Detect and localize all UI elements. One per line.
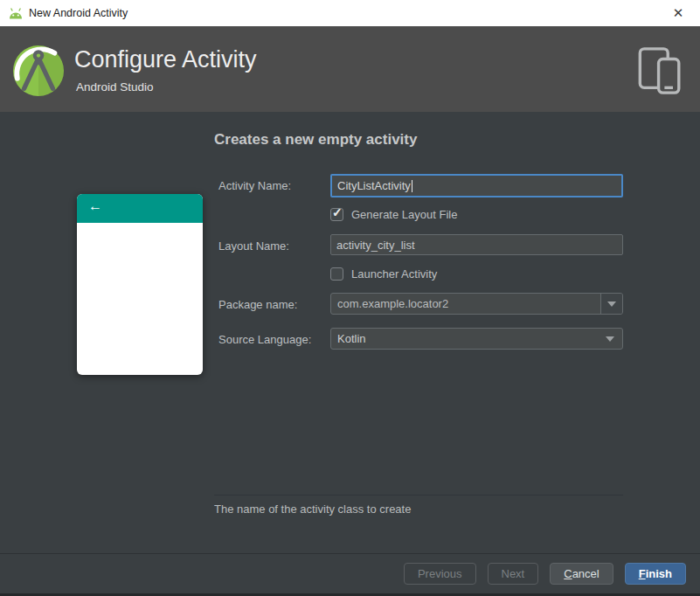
next-button: Next [488,563,539,585]
layout-name-value: activity_city_list [336,239,415,252]
step-heading: Creates a new empty activity [214,131,417,149]
finish-button[interactable]: Finish [625,563,686,585]
android-robot-icon [7,7,24,20]
checkmark-icon: ✓ [332,205,343,219]
launcher-activity-checkbox[interactable] [330,267,343,281]
title-bar: New Android Activity ✕ [0,0,700,26]
new-android-activity-dialog: New Android Activity ✕ Configure Activit… [0,0,700,596]
generate-layout-checkbox-row[interactable]: ✓ Generate Layout File [330,208,457,221]
generate-layout-label[interactable]: Generate Layout File [351,208,457,221]
activity-name-value: CityListActivity [337,179,411,192]
source-language-select[interactable]: Kotlin [330,328,623,350]
field-hint: The name of the activity class to create [214,502,411,516]
cancel-button[interactable]: Cancel [550,563,613,585]
wizard-content: Creates a new empty activity ← Activity … [0,112,700,553]
wizard-subtitle: Android Studio [76,80,154,94]
button-bar: Previous Next Cancel Finish [0,554,700,593]
chevron-down-icon [607,301,616,307]
launcher-activity-label[interactable]: Launcher Activity [351,267,437,281]
wizard-title: Configure Activity [74,46,257,73]
launcher-activity-checkbox-row[interactable]: Launcher Activity [330,267,437,281]
chevron-down-icon [606,336,614,342]
activity-preview-thumbnail: ← [77,194,203,375]
previous-button: Previous [404,563,476,585]
package-name-dropdown-button[interactable] [600,294,622,314]
generate-layout-checkbox[interactable]: ✓ [330,208,343,221]
source-language-value: Kotlin [331,332,606,345]
activity-name-label: Activity Name: [218,179,291,192]
wizard-header: Configure Activity Android Studio [0,26,700,112]
layout-name-label: Layout Name: [218,239,289,253]
window-title: New Android Activity [29,0,128,26]
hint-divider [214,495,623,496]
phone-tablet-icon [637,45,685,96]
package-name-label: Package name: [218,298,297,311]
preview-appbar: ← [77,194,203,223]
close-icon[interactable]: ✕ [665,0,691,26]
text-caret [412,180,412,192]
activity-name-input[interactable]: CityListActivity [330,174,623,198]
source-language-label: Source Language: [218,333,311,346]
package-name-value[interactable]: com.example.locator2 [331,297,600,310]
back-arrow-icon: ← [88,198,102,214]
layout-name-input[interactable]: activity_city_list [330,234,623,255]
android-studio-logo-icon [11,44,66,98]
package-name-combobox[interactable]: com.example.locator2 [330,293,623,315]
